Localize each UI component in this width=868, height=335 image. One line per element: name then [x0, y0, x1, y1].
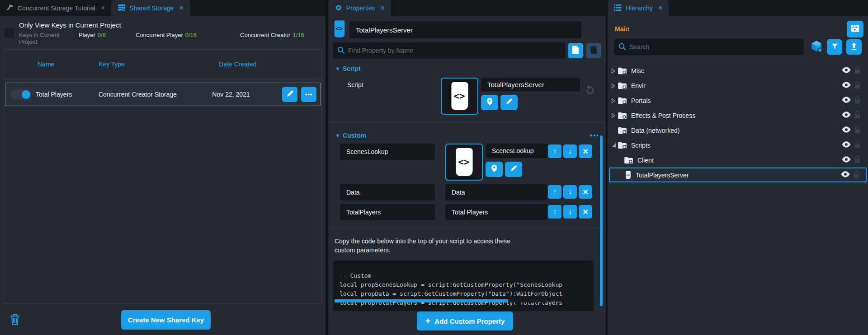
tab-concurrent-storage-tutorial[interactable]: Concurrent Storage Tutorial × [0, 0, 111, 16]
lock-icon[interactable] [854, 81, 861, 90]
hierarchy-search-input[interactable] [614, 39, 804, 55]
property-name-field[interactable]: Data [340, 184, 435, 200]
plus-icon: + [425, 316, 431, 326]
code-snippet-box[interactable]: -- Custom local propScenesLookup = scrip… [333, 261, 594, 311]
only-current-project-checkbox[interactable] [4, 27, 15, 38]
object-name-row: <> [328, 16, 606, 42]
tree-item-client[interactable]: Client [608, 153, 868, 168]
close-icon[interactable]: × [101, 5, 105, 12]
properties-panel: Properties × <> [328, 0, 606, 335]
tree-item-totalplayersserver[interactable]: <> TotalPlayersServer [609, 168, 867, 182]
find-in-hierarchy-button[interactable] [481, 95, 498, 110]
property-name-field[interactable]: ScenesLookup [340, 144, 435, 160]
move-property-down-button[interactable]: ↓ [563, 185, 577, 199]
export-button[interactable] [846, 39, 862, 55]
visibility-eye-icon[interactable] [842, 156, 851, 164]
shared-storage-panel: Concurrent Storage Tutorial × Shared Sto… [0, 0, 326, 335]
cinematic-clapper-button[interactable] [847, 21, 863, 37]
tree-item-effects-post-process[interactable]: Effects & Post Process [608, 108, 868, 123]
svg-text:<>: <> [453, 91, 465, 102]
script-value-field[interactable]: TotalPlayersServer [481, 78, 580, 91]
expand-collapsed-icon[interactable] [611, 83, 618, 88]
tree-item-misc[interactable]: Misc [608, 63, 868, 78]
move-property-down-button[interactable]: ↓ [563, 144, 577, 158]
delete-property-button[interactable]: ✕ [579, 144, 592, 158]
column-header-name[interactable]: Name [4, 60, 94, 68]
lock-icon[interactable] [854, 126, 861, 135]
expand-collapsed-icon[interactable] [611, 98, 618, 103]
more-options-button[interactable]: ••• [301, 87, 316, 102]
script-asset-thumbnail[interactable]: <> [445, 144, 483, 181]
clipboard-icon [590, 46, 597, 56]
edit-key-button[interactable] [282, 87, 297, 102]
visibility-eye-icon[interactable] [842, 82, 851, 89]
tree-item-portals[interactable]: Portals [608, 93, 868, 108]
cube-view-icon[interactable] [810, 40, 823, 54]
close-icon[interactable]: × [381, 5, 385, 12]
move-property-up-button[interactable]: ↑ [548, 205, 561, 219]
custom-property-row: ScenesLookup <> ScenesLookup [328, 142, 606, 182]
lock-icon[interactable] [854, 66, 861, 75]
lock-icon[interactable] [854, 111, 861, 120]
custom-section-header[interactable]: ▾ Custom ••• [328, 126, 606, 142]
lock-icon[interactable] [854, 141, 861, 150]
object-name-field[interactable] [349, 21, 581, 38]
column-header-key-type[interactable]: Key Type [94, 60, 199, 68]
visibility-eye-icon[interactable] [842, 141, 851, 149]
tab-hierarchy[interactable]: Hierarchy × [608, 0, 669, 16]
delete-property-button[interactable]: ✕ [579, 205, 592, 219]
vertical-scrollbar[interactable] [600, 135, 603, 306]
storage-title: Only View Keys in Current Project [19, 21, 322, 29]
add-custom-property-button[interactable]: + Add Custom Property [417, 312, 513, 330]
create-new-shared-key-button[interactable]: Create New Shared Key [121, 310, 211, 330]
lock-icon[interactable] [853, 171, 860, 180]
tree-item-data-networked[interactable]: Data (networked) [608, 123, 868, 138]
edit-script-button[interactable] [505, 162, 522, 177]
property-value-field[interactable]: ScenesLookup [486, 144, 547, 158]
tab-properties[interactable]: Properties × [328, 0, 391, 16]
find-in-hierarchy-button[interactable] [486, 162, 503, 177]
script-asset-thumbnail[interactable]: <> [441, 78, 478, 115]
close-icon[interactable]: × [179, 5, 183, 12]
scrollbar-thumb[interactable] [335, 299, 508, 302]
key-color-toggle[interactable] [10, 89, 31, 100]
expand-expanded-icon[interactable] [611, 143, 618, 148]
custom-property-row: TotalPlayers Total Players ↑ ↓ ✕ [328, 202, 606, 222]
custom-section-menu-button[interactable]: ••• [590, 132, 599, 139]
visibility-eye-icon[interactable] [842, 126, 851, 134]
expand-collapsed-icon[interactable] [611, 113, 618, 118]
filter-button[interactable] [827, 39, 842, 55]
delete-key-button[interactable] [10, 314, 20, 327]
close-icon[interactable]: × [658, 5, 662, 12]
property-value-field[interactable]: Total Players [445, 204, 547, 220]
visibility-eye-icon[interactable] [842, 112, 851, 119]
visibility-eye-icon[interactable] [842, 97, 851, 104]
edit-script-button[interactable] [500, 95, 518, 110]
move-property-up-button[interactable]: ↑ [548, 185, 561, 199]
property-value-field[interactable]: Data [445, 184, 547, 200]
lock-icon[interactable] [854, 96, 861, 105]
move-property-up-button[interactable]: ↑ [548, 144, 561, 158]
paste-properties-button[interactable] [586, 43, 601, 58]
find-property-input[interactable] [333, 42, 565, 59]
move-property-down-button[interactable]: ↓ [563, 205, 577, 219]
tab-shared-storage[interactable]: Shared Storage × [111, 0, 189, 16]
reset-property-button[interactable] [585, 78, 595, 115]
tree-item-envir[interactable]: Envir [608, 78, 868, 93]
column-header-date-created[interactable]: Date Created [199, 60, 276, 68]
hierarchy-tree: Misc Envir [608, 63, 868, 182]
visibility-eye-icon[interactable] [841, 171, 850, 179]
delete-property-button[interactable]: ✕ [579, 185, 592, 199]
tree-item-scripts[interactable]: Scripts [608, 138, 868, 153]
table-row[interactable]: Total Players Concurrent Creator Storage… [5, 83, 321, 106]
section-divider [328, 122, 606, 123]
property-name-field[interactable]: TotalPlayers [340, 204, 435, 220]
script-section-header[interactable]: ▾ Script [328, 59, 606, 75]
folder-cube-icon [618, 126, 627, 134]
visibility-eye-icon[interactable] [842, 67, 851, 74]
horizontal-scrollbar[interactable] [335, 299, 546, 302]
section-divider [328, 228, 606, 228]
lock-icon[interactable] [854, 156, 861, 165]
copy-properties-button[interactable] [568, 43, 583, 58]
expand-collapsed-icon[interactable] [611, 68, 618, 74]
